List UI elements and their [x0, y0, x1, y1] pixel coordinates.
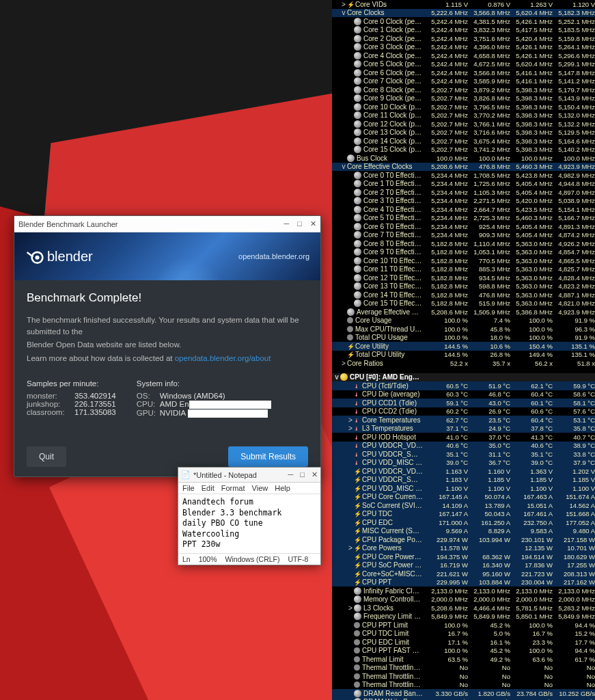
hw-row[interactable]: CPU PPT Limit100.0 %45.2 %100.0 %94.4 % [332, 621, 595, 630]
hw-row[interactable]: Core 6 T0 Effective Clock5,234.4 MHz925.… [332, 222, 595, 231]
hw-row[interactable]: CPU TDC167.147 A50.043 A167.461 A151.668… [332, 510, 595, 519]
hw-row[interactable]: Core 15 Clock (perf #15)5,202.7 MHz3,741… [332, 146, 595, 154]
hw-row[interactable]: Core 6 Clock (perf #7)5,242.4 MHz3,566.8… [332, 68, 595, 77]
hw-row[interactable]: vCore Effective Clocks5,208.6 MHz476.8 M… [332, 163, 595, 172]
hw-row[interactable]: Core 12 T0 Effective Clock5,182.8 MHz934… [332, 273, 595, 282]
hw-row[interactable]: Core 11 T0 Effective Clock5,182.8 MHz885… [332, 265, 595, 274]
hw-row[interactable]: Core 5 T0 Effective Clock5,234.4 MHz2,72… [332, 214, 595, 223]
about-link[interactable]: opendata.blender.org/about [175, 354, 271, 362]
hw-row[interactable]: Core 9 Clock (perf #8)5,202.7 MHz3,826.8… [332, 94, 595, 103]
expand-icon[interactable]: v [340, 163, 347, 170]
hw-row[interactable]: CPU PPT FAST Limit100.0 %45.2 %100.0 %94… [332, 647, 595, 656]
hw-row[interactable]: CPU (Tctl/Tdie)60.5 °C51.9 °C62.1 °C59.9… [332, 381, 595, 390]
hw-row[interactable]: Core 7 Clock (perf #6)5,242.4 MHz3,585.9… [332, 77, 595, 86]
hw-row[interactable]: Frequency Limit - Global5,849.9 MHz5,849… [332, 612, 595, 621]
hw-row[interactable]: CPU CCD2 (Tdie)60.2 °C26.9 °C60.6 °C57.6… [332, 407, 595, 416]
hw-row[interactable]: CPU EDC Limit17.1 %16.1 %23.3 %17.7 % [332, 638, 595, 647]
hw-row[interactable]: vCPU [#0]: AMD Eng [332, 373, 595, 382]
hw-row[interactable]: Thermal Limit63.5 %49.2 %63.6 %61.7 % [332, 655, 595, 664]
hw-row[interactable]: >Core Powers11.578 W12.135 W10.701 W [332, 544, 595, 553]
hw-row[interactable]: Memory Controller Clock (UCLK)2,000.0 MH… [332, 595, 595, 604]
notepad-titlebar[interactable]: 📄*Untitled - Notepad ─□✕ [178, 468, 320, 483]
hw-row[interactable]: Core 7 T0 Effective Clock5,234.4 MHz909.… [332, 231, 595, 240]
hw-row[interactable]: >L3 Temperatures37.1 °C24.9 °C37.8 °C35.… [332, 425, 595, 433]
hw-row[interactable]: Core 14 T0 Effective Clock5,182.8 MHz476… [332, 291, 595, 299]
expand-icon[interactable]: v [333, 373, 340, 381]
notepad-minimize[interactable]: ─ [288, 470, 294, 479]
expand-icon[interactable]: > [347, 416, 354, 424]
hw-row[interactable]: CPU Die (average)60.3 °C46.8 °C60.4 °C58… [332, 390, 595, 399]
hw-row[interactable]: Thermal Throttling (HTC)NoNoNoNo [332, 664, 595, 673]
hw-row[interactable]: CPU Package Power229.974 W103.994 W230.1… [332, 535, 595, 544]
maximize-button[interactable]: □ [297, 219, 302, 228]
hw-row[interactable]: >Core Ratios52.2 x35.7 x56.2 x51.8 x [332, 359, 595, 368]
menu-edit[interactable]: Edit [202, 484, 215, 492]
hw-row[interactable]: CPU VDD_MISC Voltage (SVI3 TFN)1.100 V1.… [332, 484, 595, 493]
hw-row[interactable]: Core 11 Clock (perf #10)5,202.7 MHz3,770… [332, 111, 595, 120]
hw-row[interactable]: >Core Temperatures62.7 °C23.5 °C60.4 °C5… [332, 416, 595, 425]
menu-format[interactable]: Format [221, 484, 245, 492]
hw-row[interactable]: CPU EDC171.000 A161.250 A232.750 A177.05… [332, 518, 595, 527]
hw-row[interactable]: Core Usage100.0 %7.4 %100.0 %91.9 % [332, 317, 595, 325]
menu-file[interactable]: File [182, 484, 195, 492]
hw-row[interactable]: Core 14 Clock (perf #14)5,202.7 MHz3,675… [332, 137, 595, 146]
hw-row[interactable]: Core Utility144.5 %10.6 %150.4 %135.1 % [332, 342, 595, 351]
hw-row[interactable]: Core 3 Clock (perf #2)5,242.4 MHz4,396.0… [332, 43, 595, 52]
submit-button[interactable]: Submit Results [228, 446, 308, 467]
hw-row[interactable]: DRAM Write Bandwidth0.087 GB/s0.031 GB/s… [332, 698, 595, 701]
close-button[interactable]: ✕ [310, 219, 316, 228]
hw-row[interactable]: Core 13 Clock (perf #13)5,202.7 MHz3,716… [332, 129, 595, 137]
hw-row[interactable]: Core 9 T0 Effective Clock5,182.8 MHz1,05… [332, 248, 595, 257]
hw-row[interactable]: Core 1 Clock (perf #4)5,242.4 MHz3,832.3… [332, 26, 595, 35]
hw-row[interactable]: Total CPU Utility144.5 %26.8 %149.4 %135… [332, 351, 595, 360]
hw-row[interactable]: MISC Current (SVI3 TFN)9.569 A8.829 A9.5… [332, 527, 595, 536]
hw-row[interactable]: CPU Core Power (SVI3 TFN)194.375 W68.362… [332, 552, 595, 561]
notepad-close[interactable]: ✕ [312, 470, 318, 479]
expand-icon[interactable]: > [340, 360, 347, 367]
hw-row[interactable]: Core 3 T0 Effective Clock5,234.4 MHz2,27… [332, 197, 595, 206]
hw-row[interactable]: DRAM Read Bandwidth3.330 GB/s1.820 GB/s2… [332, 689, 595, 698]
hw-row[interactable]: vCore Clocks5,222.6 MHz3,566.8 MHz5,620.… [332, 9, 595, 18]
hw-row[interactable]: Core 2 T0 Effective Clock5,234.4 MHz1,10… [332, 188, 595, 197]
expand-icon[interactable]: > [347, 604, 354, 612]
hw-row[interactable]: Thermal Throttling (PROCHOT CPU)NoNoNoNo [332, 672, 595, 681]
menu-view[interactable]: View [252, 484, 268, 492]
hw-row[interactable]: Core 10 T0 Effective Clock5,182.8 MHz770… [332, 256, 595, 265]
hw-row[interactable]: Average Effective Clock5,208.6 MHz1,505.… [332, 308, 595, 317]
hw-row[interactable]: CPU TDC Limit16.7 %5.0 %16.7 %15.2 % [332, 630, 595, 638]
blender-titlebar[interactable]: Blender Benchmark Launcher ─ □ ✕ [14, 216, 320, 232]
hw-row[interactable]: CPU PPT229.995 W103.884 W230.004 W217.16… [332, 578, 595, 587]
expand-icon[interactable]: > [347, 544, 354, 552]
hw-row[interactable]: Bus Clock100.0 MHz100.0 MHz100.0 MHz100.… [332, 154, 595, 163]
hw-row[interactable]: CPU IOD Hotspot41.0 °C37.0 °C41.3 °C40.7… [332, 433, 595, 442]
notepad-maximize[interactable]: □ [300, 470, 305, 479]
hw-row[interactable]: Thermal Throttling (PROCHOT EXT)NoNoNoNo [332, 681, 595, 690]
hw-row[interactable]: Core 13 T0 Effective Clock5,182.8 MHz598… [332, 282, 595, 291]
menu-help[interactable]: Help [275, 484, 290, 492]
hw-row[interactable]: Core 0 Clock (perf #3)5,242.4 MHz4,381.5… [332, 17, 595, 26]
expand-icon[interactable]: v [340, 9, 347, 16]
hw-row[interactable]: Core 8 Clock (perf #11)5,202.7 MHz3,879.… [332, 85, 595, 94]
hw-row[interactable]: Infinity Fabric Clock (FCLK)2,133.0 MHz2… [332, 587, 595, 595]
hw-row[interactable]: Max CPU/Thread Usage100.0 %45.8 %100.0 %… [332, 325, 595, 334]
hw-row[interactable]: CPU VDDCR_VDD VRM (SVI3 TFN)40.6 °C35.0 … [332, 442, 595, 450]
blender-url[interactable]: opendata.blender.org [238, 252, 309, 260]
quit-button[interactable]: Quit [27, 446, 66, 467]
hwinfo-panel[interactable]: >Core VIDs1.115 V0.876 V1.263 V1.120 VvC… [332, 0, 595, 700]
hw-row[interactable]: SoC Current (SVI3 TFN)14.109 A13.789 A15… [332, 501, 595, 510]
expand-icon[interactable]: > [347, 425, 354, 432]
hw-row[interactable]: CPU VDDCR_VDD Voltage (SVI3 ...1.163 V1.… [332, 467, 595, 476]
hw-row[interactable]: Core 8 T0 Effective Clock5,182.8 MHz1,11… [332, 239, 595, 248]
hw-row[interactable]: Total CPU Usage100.0 %18.0 %100.0 %91.9 … [332, 334, 595, 342]
hw-row[interactable]: Core 4 Clock (perf #1)5,242.4 MHz4,658.8… [332, 51, 595, 60]
hw-row[interactable]: Core 1 T0 Effective Clock5,234.4 MHz1,72… [332, 180, 595, 189]
hw-row[interactable]: Core 0 T0 Effective Clock5,234.4 MHz1,70… [332, 171, 595, 180]
hw-row[interactable]: CPU Core Current (SVI3 TFN)167.145 A50.0… [332, 493, 595, 502]
expand-icon[interactable]: > [340, 1, 347, 8]
hw-row[interactable]: Core 5 Clock (perf #1)5,242.4 MHz4,672.5… [332, 60, 595, 69]
hw-row[interactable]: CPU VDD_MISC VRM (SVI3 TFN)39.0 °C36.7 °… [332, 459, 595, 468]
hw-row[interactable]: CPU SoC Power (SVI3 TFN)16.719 W16.340 W… [332, 561, 595, 570]
hw-row[interactable]: Core 4 T0 Effective Clock5,234.4 MHz2,66… [332, 205, 595, 214]
minimize-button[interactable]: ─ [284, 219, 290, 228]
notepad-content[interactable]: Anandtech forum Blender 3.3 benchmark da… [178, 494, 320, 553]
